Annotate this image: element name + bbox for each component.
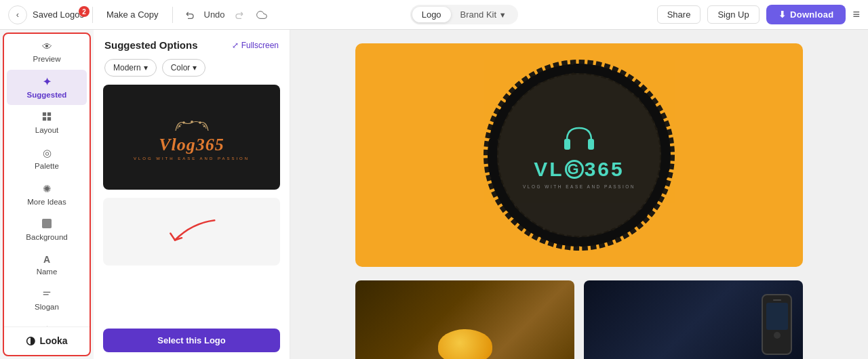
fullscreen-label: Fullscreen xyxy=(241,41,279,50)
arrow-svg xyxy=(158,208,226,255)
logo-card-1[interactable]: Vlog365 VLOG WITH EASE AND PASSION xyxy=(103,85,280,190)
signup-button[interactable]: Sign Up xyxy=(707,5,759,24)
download-icon: ⬇ xyxy=(778,9,786,20)
sidebar-label-palette: Palette xyxy=(35,162,59,170)
chevron-down-icon: ▾ xyxy=(144,63,148,72)
svg-rect-14 xyxy=(564,139,570,150)
fullscreen-icon: ⤢ xyxy=(232,41,239,50)
preview-icon: 👁 xyxy=(42,41,52,52)
sidebar-item-layout[interactable]: Layout xyxy=(7,106,87,140)
background-icon xyxy=(42,219,52,230)
sidebar-label-preview: Preview xyxy=(33,55,61,63)
bottom-row xyxy=(355,280,803,359)
wreath-svg xyxy=(172,114,212,135)
filter-modern-label: Modern xyxy=(113,63,141,72)
undo-redo-group: Undo xyxy=(181,5,271,24)
menu-icon[interactable]: ≡ xyxy=(852,7,860,22)
food-card-content xyxy=(355,280,574,359)
topbar-center: Logo Brand Kit ▼ xyxy=(277,5,652,24)
logo-card-image: Vlog365 VLOG WITH EASE AND PASSION xyxy=(103,85,280,190)
panel-select-button[interactable]: Select this Logo xyxy=(103,329,280,352)
canvas-logo-tagline: VLOG WITH EASE AND PASSION xyxy=(523,184,635,189)
topbar-right: Share Sign Up ⬇ Download ≡ xyxy=(657,5,860,24)
sidebar-item-suggested[interactable]: ✦ Suggested xyxy=(7,70,87,105)
svg-rect-2 xyxy=(43,117,46,121)
canvas-main[interactable]: VLG365 VLOG WITH EASE AND PASSION xyxy=(355,43,803,267)
sidebar-label-layout: Layout xyxy=(35,126,59,134)
bottom-card-food[interactable] xyxy=(355,280,574,359)
looka-brand-label: Looka xyxy=(39,335,67,346)
panel: Suggested Options ⤢ Fullscreen Modern ▾ … xyxy=(94,30,290,359)
bottom-card-phone[interactable] xyxy=(584,280,803,359)
tab-logo[interactable]: Logo xyxy=(412,7,451,22)
canvas-logo-container: VLG365 VLOG WITH EASE AND PASSION xyxy=(481,57,677,253)
looka-brand: ◑ Looka xyxy=(4,326,90,355)
saved-logos-label: Saved Logos xyxy=(33,9,84,20)
layout-icon xyxy=(42,112,52,123)
share-button[interactable]: Share xyxy=(657,5,701,24)
topbar: ‹ Saved Logos 2 Make a Copy Undo Logo Br… xyxy=(0,0,868,30)
svg-point-8 xyxy=(191,121,193,123)
main-layout: 👁 Preview ✦ Suggested Layout ◎ Palette ✺… xyxy=(0,30,868,359)
canvas-area: VLG365 VLOG WITH EASE AND PASSION xyxy=(290,30,868,359)
svg-rect-4 xyxy=(42,219,52,228)
canvas-logo-content: VLG365 VLOG WITH EASE AND PASSION xyxy=(523,121,635,189)
panel-header: Suggested Options ⤢ Fullscreen xyxy=(94,30,290,56)
phone-card-content xyxy=(584,280,803,359)
looka-logo-icon: ◑ xyxy=(26,334,35,347)
svg-point-9 xyxy=(199,121,201,124)
sidebar-item-preview[interactable]: 👁 Preview xyxy=(7,35,87,69)
palette-icon: ◎ xyxy=(43,147,52,159)
sidebar-item-background[interactable]: Background xyxy=(7,213,87,247)
back-icon: ‹ xyxy=(16,9,19,20)
name-icon: A xyxy=(43,254,50,265)
tab-group: Logo Brand Kit ▼ xyxy=(410,5,518,24)
download-button[interactable]: ⬇ Download xyxy=(766,5,846,24)
svg-point-11 xyxy=(203,125,204,127)
svg-rect-1 xyxy=(47,112,51,116)
topbar-left: ‹ Saved Logos 2 Make a Copy Undo xyxy=(8,5,271,24)
slogan-icon xyxy=(42,289,52,300)
redo-button[interactable] xyxy=(229,5,248,24)
saved-logos-badge: 2 xyxy=(79,6,90,17)
cloud-button[interactable] xyxy=(252,5,271,24)
sidebar-label-slogan: Slogan xyxy=(35,303,59,311)
svg-point-7 xyxy=(182,121,185,124)
filter-color-label: Color xyxy=(171,63,191,72)
undo-label: Undo xyxy=(204,9,225,20)
tab-brand-kit[interactable]: Brand Kit ▼ xyxy=(451,7,516,22)
sidebar-item-more-ideas[interactable]: ✺ More Ideas xyxy=(7,177,87,212)
back-button[interactable]: ‹ xyxy=(8,5,27,24)
filter-modern[interactable]: Modern ▾ xyxy=(104,59,157,77)
divider xyxy=(92,7,93,23)
logo-card-tagline: VLOG WITH EASE AND PASSION xyxy=(134,156,250,161)
more-ideas-icon: ✺ xyxy=(43,183,52,195)
filter-row: Modern ▾ Color ▾ xyxy=(94,56,290,85)
phone-item xyxy=(762,294,792,355)
food-item xyxy=(438,329,492,359)
sidebar-item-symbol[interactable]: ★ Symbol xyxy=(7,318,87,326)
svg-rect-15 xyxy=(588,139,594,150)
saved-logos-button[interactable]: Saved Logos 2 xyxy=(33,9,84,20)
fullscreen-button[interactable]: ⤢ Fullscreen xyxy=(232,41,279,50)
sidebar-item-slogan[interactable]: Slogan xyxy=(7,282,87,317)
filter-color[interactable]: Color ▾ xyxy=(162,59,206,77)
suggested-icon: ✦ xyxy=(43,76,52,88)
sidebar-label-background: Background xyxy=(26,233,67,241)
sidebar-item-palette[interactable]: ◎ Palette xyxy=(7,141,87,176)
sidebar-label-more-ideas: More Ideas xyxy=(27,198,66,206)
undo-button[interactable] xyxy=(181,5,200,24)
sidebar-label-suggested: Suggested xyxy=(27,91,67,99)
arrow-suggestion-area xyxy=(103,198,280,266)
download-label: Download xyxy=(790,9,834,20)
sidebar-scroll: 👁 Preview ✦ Suggested Layout ◎ Palette ✺… xyxy=(4,34,90,326)
sidebar-item-name[interactable]: A Name xyxy=(7,248,87,282)
sidebar-label-name: Name xyxy=(37,268,58,276)
svg-point-10 xyxy=(178,125,180,127)
svg-rect-0 xyxy=(43,112,46,116)
chevron-down-icon-2: ▾ xyxy=(193,63,197,72)
panel-title: Suggested Options xyxy=(104,39,198,51)
divider xyxy=(172,7,173,23)
make-copy-button[interactable]: Make a Copy xyxy=(101,7,164,22)
panel-scroll: Vlog365 VLOG WITH EASE AND PASSION xyxy=(94,85,290,324)
